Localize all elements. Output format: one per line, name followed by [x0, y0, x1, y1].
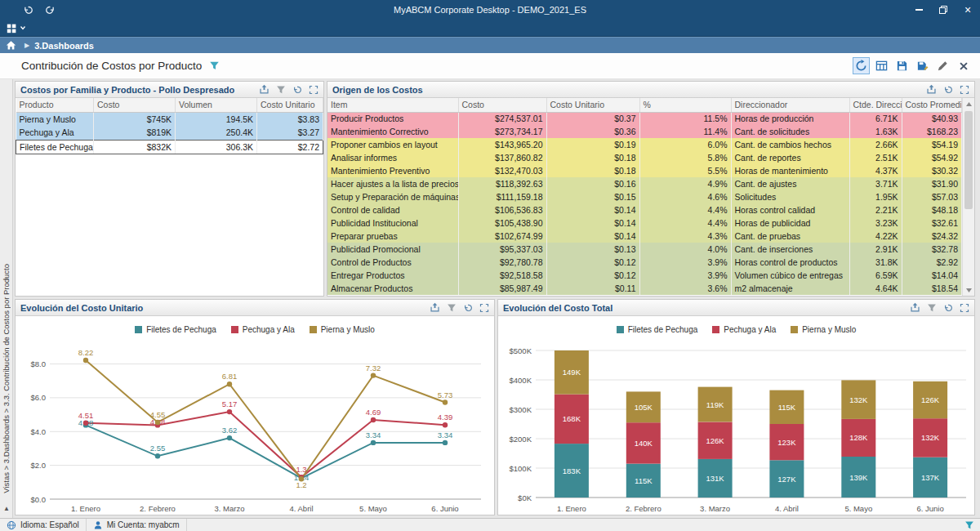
expand-icon[interactable]	[479, 303, 489, 313]
clear-button[interactable]	[955, 57, 972, 74]
data-point[interactable]	[371, 440, 376, 445]
save-button[interactable]	[893, 57, 911, 74]
table-wrap: ItemCostoCosto Unitario%DireccionadorCtd…	[327, 98, 962, 295]
data-point[interactable]	[227, 435, 232, 440]
redo-icon[interactable]	[45, 5, 56, 16]
table-row[interactable]: Proponer cambios en layout$143,965.20$0.…	[327, 138, 962, 151]
table-row[interactable]: Filetes de Pechuga$832K306.3K$2.72	[16, 140, 323, 154]
table-cell: Cant. de solicitudes	[731, 125, 849, 138]
origin-table: ItemCostoCosto Unitario%DireccionadorCtd…	[327, 98, 962, 295]
column-header[interactable]: Costo Promedio ...	[902, 98, 962, 112]
edit-button[interactable]	[934, 57, 951, 74]
column-header[interactable]: Costo Unitario	[546, 98, 639, 112]
expand-icon[interactable]	[960, 303, 969, 313]
export-icon[interactable]	[430, 302, 440, 313]
data-point[interactable]	[83, 358, 88, 363]
collapse-arrow-icon[interactable]: ▲	[3, 505, 10, 512]
column-header[interactable]: Costo Unitario	[257, 98, 323, 112]
undo-icon[interactable]	[943, 303, 953, 313]
language-selector[interactable]: Idioma: Español	[0, 519, 87, 531]
table-row[interactable]: Control de calidad$106,536.83$0.144.4%Ho…	[327, 203, 962, 216]
table-row[interactable]: Almacenar Productos$85,987.49$0.113.6%m2…	[327, 282, 962, 295]
table-row[interactable]: Preparar pruebas$102,674.99$0.144.3%Cant…	[327, 230, 962, 243]
scrollbar-thumb[interactable]	[964, 111, 973, 209]
close-button[interactable]: ×	[956, 0, 980, 20]
undo-icon[interactable]	[292, 85, 302, 95]
table-row[interactable]: Mantenimiento Correctivo$273,734.17$0.36…	[327, 125, 962, 138]
statusbar-filter-icon[interactable]	[964, 520, 980, 530]
table-row[interactable]: Setup y Preparación de máquinas$111,159.…	[327, 190, 962, 203]
data-point[interactable]	[443, 440, 448, 445]
table-row[interactable]: Analisar informes$137,860.82$0.185.8%Can…	[327, 151, 962, 164]
table-cell: Control de calidad	[327, 203, 458, 216]
home-icon[interactable]	[6, 40, 16, 51]
x-tick-label: 1. Enero	[557, 504, 586, 513]
scroll-up-button[interactable]	[963, 98, 974, 109]
layout-grid-button[interactable]	[873, 57, 890, 74]
table-cell: Pierna y Muslo	[16, 112, 94, 126]
table-row[interactable]: Producir Productos$274,537.01$0.3711.5%H…	[327, 112, 962, 125]
data-point[interactable]	[299, 476, 304, 481]
data-point[interactable]	[371, 373, 376, 377]
table-row[interactable]: Hacer ajustes a la lista de precios$118,…	[327, 177, 962, 190]
data-point[interactable]	[227, 409, 232, 414]
view-path-strip[interactable]: Vistas > 3.Dashboards > 3.3. Contribució…	[0, 79, 13, 518]
export-icon[interactable]	[259, 84, 270, 95]
data-point[interactable]	[371, 417, 376, 422]
export-icon[interactable]	[910, 302, 920, 313]
table-row[interactable]: Entregar Productos$92,518.58$0.123.9%Vol…	[327, 269, 962, 282]
table-row[interactable]: Pierna y Muslo$745K194.5K$3.83	[16, 112, 323, 126]
app-menu-button[interactable]	[7, 23, 26, 33]
undo-icon[interactable]	[943, 85, 953, 95]
data-point[interactable]	[443, 422, 448, 427]
restore-button[interactable]	[931, 0, 956, 20]
export-icon[interactable]	[926, 84, 937, 95]
data-point[interactable]	[227, 382, 232, 386]
expand-icon[interactable]	[309, 85, 318, 95]
column-header[interactable]: Item	[327, 98, 458, 112]
legend-item[interactable]: Pechuga y Ala	[712, 325, 776, 334]
table-row[interactable]: Publicidad Promocional$95,337.03$0.134.0…	[327, 243, 962, 256]
x-tick-label: 2. Febrero	[626, 504, 662, 513]
table-cell: 31.8K	[849, 256, 902, 269]
table-row[interactable]: Publicidad Institucional$105,438.90$0.14…	[327, 216, 962, 230]
column-header[interactable]: %	[639, 98, 731, 112]
filter-icon[interactable]	[276, 85, 286, 95]
series-line[interactable]	[86, 412, 445, 477]
column-header[interactable]: Direccionador	[731, 98, 849, 112]
expand-icon[interactable]	[960, 85, 969, 95]
table-row[interactable]: Pechuga y Ala$819K250.4K$3.27	[16, 126, 323, 140]
column-header[interactable]: Volumen	[176, 98, 257, 112]
data-point[interactable]	[443, 399, 448, 404]
filter-icon[interactable]	[447, 303, 457, 313]
data-point[interactable]	[155, 420, 160, 425]
account-selector[interactable]: Mi Cuenta: myabcm	[87, 519, 187, 531]
refresh-button[interactable]	[853, 57, 870, 74]
legend-item[interactable]: Filetes de Pechuga	[617, 325, 698, 334]
series-line[interactable]	[86, 360, 445, 479]
page-filter-icon[interactable]	[209, 60, 220, 71]
filter-icon[interactable]	[927, 303, 937, 313]
column-header[interactable]: Ctde. Direcci...	[849, 98, 902, 112]
column-header[interactable]: Producto	[16, 98, 94, 112]
breadcrumb-item-dashboards[interactable]: 3.Dashboards	[34, 41, 94, 51]
legend-item[interactable]: Filetes de Pechuga	[135, 325, 216, 334]
table-cell: Horas de mantenimiento	[731, 164, 849, 177]
legend-item[interactable]: Pechuga y Ala	[231, 325, 295, 334]
undo-icon[interactable]	[463, 303, 473, 313]
legend-item[interactable]: Pierna y Muslo	[310, 325, 375, 334]
column-header[interactable]: Costo	[94, 98, 176, 112]
table-row[interactable]: Control de Productos$92,780.78$0.123.9%H…	[327, 256, 962, 269]
vertical-scrollbar[interactable]	[962, 98, 974, 296]
data-point[interactable]	[83, 421, 88, 426]
data-point[interactable]	[155, 453, 160, 458]
save-as-button[interactable]	[914, 57, 931, 74]
legend-item[interactable]: Pierna y Muslo	[791, 325, 856, 334]
undo-icon[interactable]	[23, 5, 33, 16]
table-row[interactable]: Mantenimiento Preventivo$132,470.03$0.18…	[327, 164, 962, 177]
minimize-button[interactable]	[906, 0, 931, 20]
panel-actions	[259, 84, 318, 95]
scroll-down-button[interactable]	[963, 284, 974, 296]
series-line[interactable]	[86, 425, 445, 478]
column-header[interactable]: Costo	[458, 98, 546, 112]
